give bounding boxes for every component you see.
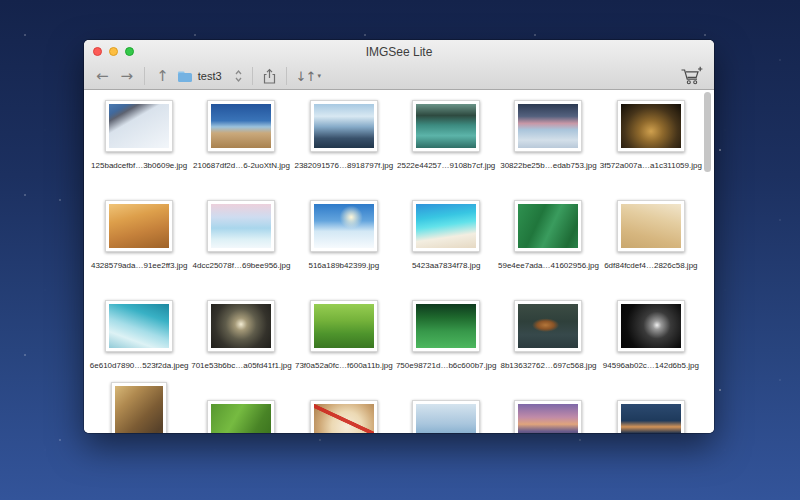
thumbnail-zone xyxy=(395,300,497,352)
thumbnail-image-grass-flowers[interactable] xyxy=(416,304,476,348)
cart-add-button[interactable] xyxy=(680,66,704,86)
thumbnail-zone xyxy=(190,100,292,152)
thumbnail-image-food-trays[interactable] xyxy=(115,386,163,433)
gallery-item[interactable]: 2382091576…8918797f.jpg xyxy=(293,100,395,200)
stepper-icon[interactable] xyxy=(234,68,243,84)
thumbnail-image-duck-on-water[interactable] xyxy=(518,304,578,348)
thumbnail-image-clouds-pier[interactable] xyxy=(314,104,374,148)
thumbnail-zone xyxy=(293,400,395,433)
thumbnail-frame[interactable] xyxy=(514,100,582,152)
thumbnail-frame[interactable] xyxy=(617,200,685,252)
thumbnail-image-beach-wispy-sky[interactable] xyxy=(211,104,271,148)
thumbnail-frame[interactable] xyxy=(412,400,480,433)
minimize-button[interactable] xyxy=(109,47,118,56)
share-button[interactable] xyxy=(262,68,277,85)
forward-button[interactable]: → xyxy=(119,69,136,84)
gallery-item[interactable]: 750e98721d…b6c600b7.jpg xyxy=(395,300,497,400)
thumbnail-image-green-sprout[interactable] xyxy=(211,404,271,433)
thumbnail-frame[interactable] xyxy=(617,400,685,433)
gallery-item[interactable]: 94596ab02c…142d6b5.jpg xyxy=(600,300,702,400)
thumbnail-image-sunny-winter[interactable] xyxy=(314,204,374,248)
thumbnail-image-turquoise-sky-birds[interactable] xyxy=(109,304,169,348)
window-titlebar[interactable]: IMGSee Lite xyxy=(84,40,714,63)
thumbnail-frame[interactable] xyxy=(514,300,582,352)
sort-button[interactable]: ↓↑ ▾ xyxy=(296,69,321,84)
close-button[interactable] xyxy=(93,47,102,56)
thumbnail-image-snowy-mountain[interactable] xyxy=(109,104,169,148)
gallery-item[interactable]: 701e53b6bc…a05fd41f1.jpg xyxy=(190,300,292,400)
thumbnail-frame[interactable] xyxy=(514,400,582,433)
gallery-item[interactable] xyxy=(395,400,497,433)
thumbnail-frame[interactable] xyxy=(207,100,275,152)
thumbnail-frame[interactable] xyxy=(105,300,173,352)
thumbnail-frame[interactable] xyxy=(310,100,378,152)
thumbnail-zone xyxy=(395,400,497,433)
thumbnail-image-dark-sea-sunset[interactable] xyxy=(621,404,681,433)
thumbnail-image-purple-sunset-coast[interactable] xyxy=(518,404,578,433)
gallery-item[interactable]: 4dcc25078f…69bee956.jpg xyxy=(190,200,292,300)
gallery-item[interactable] xyxy=(497,400,599,433)
gallery-item[interactable]: 210687df2d…6-2uoXtN.jpg xyxy=(190,100,292,200)
share-icon xyxy=(262,68,277,85)
thumbnail-frame[interactable] xyxy=(412,300,480,352)
thumbnail-frame[interactable] xyxy=(310,400,378,433)
gallery-item[interactable] xyxy=(88,400,190,433)
window-header: IMGSee Lite ← → ↑ test3 xyxy=(84,40,714,90)
thumbnail-frame[interactable] xyxy=(617,100,685,152)
thumbnail-image-white-bloom-dark[interactable] xyxy=(621,304,681,348)
gallery-item[interactable]: 73f0a52a0fc…f600a11b.jpg xyxy=(293,300,395,400)
gallery-item[interactable]: 125badcefbf…3b0609e.jpg xyxy=(88,100,190,200)
gallery-item[interactable]: 5423aa7834f78.jpg xyxy=(395,200,497,300)
thumbnail-image-tropical-beach[interactable] xyxy=(416,204,476,248)
gallery-item[interactable]: 59e4ee7ada…41602956.jpg xyxy=(497,200,599,300)
thumbnail-image-moss-mushroom[interactable] xyxy=(314,304,374,348)
thumbnail-image-winter-pink-peaks[interactable] xyxy=(211,204,271,248)
gallery-item[interactable] xyxy=(293,400,395,433)
thumbnail-zone xyxy=(395,100,497,152)
thumbnail-frame[interactable] xyxy=(310,200,378,252)
thumbnail-frame[interactable] xyxy=(105,200,173,252)
gallery-item[interactable]: 8b13632762…697c568.jpg xyxy=(497,300,599,400)
thumbnail-frame[interactable] xyxy=(207,400,275,433)
gallery-item[interactable]: 3f572a007a…a1c311059.jpg xyxy=(600,100,702,200)
thumbnail-zone xyxy=(497,200,599,252)
gallery-item[interactable]: 4328579ada…91ee2ff3.jpg xyxy=(88,200,190,300)
thumbnail-frame[interactable] xyxy=(412,100,480,152)
thumbnail-image-blue-mist[interactable] xyxy=(416,404,476,433)
thumbnail-image-steamed-bun[interactable] xyxy=(314,404,374,433)
back-button[interactable]: ← xyxy=(94,69,111,84)
up-button[interactable]: ↑ xyxy=(154,69,171,84)
thumbnail-frame[interactable] xyxy=(412,200,480,252)
thumbnail-image-twilight-lake[interactable] xyxy=(518,104,578,148)
filename-label: 2522e44257…9108b7cf.jpg xyxy=(397,161,495,170)
thumbnail-image-night-park-glow[interactable] xyxy=(621,104,681,148)
thumbnail-image-dark-sunburst[interactable] xyxy=(211,304,271,348)
up-arrow-icon: ↑ xyxy=(156,67,169,85)
gallery-item[interactable] xyxy=(190,400,292,433)
thumbnail-frame[interactable] xyxy=(310,300,378,352)
thumbnail-image-mountain-lake[interactable] xyxy=(416,104,476,148)
gallery-item[interactable]: 30822be25b…edab753.jpg xyxy=(497,100,599,200)
thumbnail-frame[interactable] xyxy=(111,382,167,433)
thumbnail-frame[interactable] xyxy=(514,200,582,252)
thumbnail-image-golden-reeds[interactable] xyxy=(109,204,169,248)
gallery-item[interactable]: 516a189b42399.jpg xyxy=(293,200,395,300)
vertical-scrollbar[interactable] xyxy=(704,92,712,433)
zoom-button[interactable] xyxy=(125,47,134,56)
thumbnail-zone xyxy=(190,300,292,352)
gallery-item[interactable]: 2522e44257…9108b7cf.jpg xyxy=(395,100,497,200)
thumbnail-frame[interactable] xyxy=(207,200,275,252)
cart-plus-icon xyxy=(680,66,704,86)
gallery-item[interactable] xyxy=(600,400,702,433)
folder-icon xyxy=(177,70,193,83)
thumbnail-frame[interactable] xyxy=(617,300,685,352)
thumbnail-zone xyxy=(293,300,395,352)
scrollbar-thumb[interactable] xyxy=(704,92,711,172)
filename-label: 6e610d7890…523f2da.jpeg xyxy=(90,361,189,370)
thumbnail-image-green-abstract[interactable] xyxy=(518,204,578,248)
thumbnail-frame[interactable] xyxy=(105,100,173,152)
thumbnail-image-sand-footprints[interactable] xyxy=(621,204,681,248)
gallery-item[interactable]: 6df84fcdef4…2826c58.jpg xyxy=(600,200,702,300)
folder-popup[interactable]: test3 xyxy=(177,68,243,84)
thumbnail-frame[interactable] xyxy=(207,300,275,352)
